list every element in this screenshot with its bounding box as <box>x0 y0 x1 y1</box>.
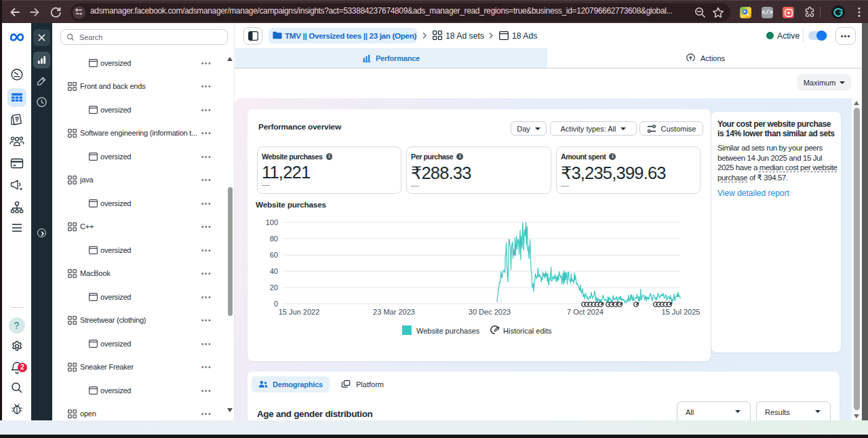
svg-text:30 Dec 2023: 30 Dec 2023 <box>469 308 511 316</box>
svg-text:80: 80 <box>270 235 278 243</box>
svg-text:20: 20 <box>270 283 278 292</box>
svg-text:0: 0 <box>274 300 278 308</box>
svg-text:23 Mar 2023: 23 Mar 2023 <box>373 308 415 316</box>
svg-text:15 Jul 2025: 15 Jul 2025 <box>662 308 701 316</box>
svg-text:7 Oct 2024: 7 Oct 2024 <box>567 308 604 316</box>
svg-text:15 Jun 2022: 15 Jun 2022 <box>279 308 320 316</box>
svg-text:60: 60 <box>270 251 278 259</box>
svg-text:100: 100 <box>266 218 278 226</box>
svg-text:40: 40 <box>270 267 278 275</box>
